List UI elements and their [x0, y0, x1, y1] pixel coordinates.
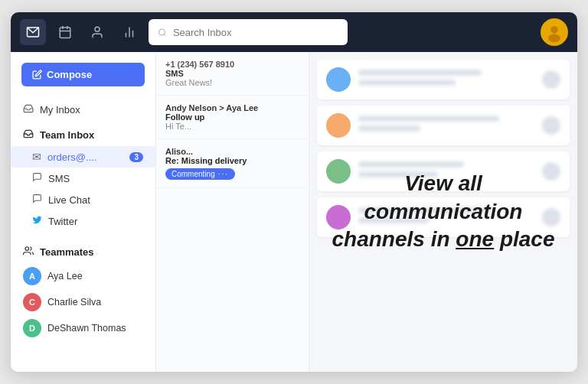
- blurred-row-2: [317, 106, 570, 145]
- email-channel-icon: ✉: [32, 151, 41, 163]
- svg-point-12: [550, 26, 557, 33]
- conversation-list: +1 (234) 567 8910 SMS Great News! Andy N…: [156, 52, 309, 372]
- blurred-row-4: [317, 197, 570, 237]
- conversation-item-sms[interactable]: +1 (234) 567 8910 SMS Great News!: [156, 52, 309, 96]
- compose-icon: [32, 70, 42, 80]
- teammate-aya-lee[interactable]: A Aya Lee: [11, 263, 155, 289]
- top-nav: [11, 12, 577, 52]
- blurred-row-3: [317, 151, 570, 191]
- svg-point-13: [548, 34, 560, 42]
- search-input[interactable]: [173, 27, 338, 38]
- chart-nav-icon[interactable]: [116, 19, 142, 45]
- conversation-item-missing-delivery[interactable]: Aliso... Re: Missing delivery Commenting…: [156, 139, 309, 188]
- main-panel: View all communication channels in one p…: [309, 52, 577, 372]
- calendar-nav-icon[interactable]: [52, 19, 78, 45]
- teammates-section: Teammates A Aya Lee C Charlie Silva D De…: [11, 241, 155, 344]
- aya-lee-avatar: A: [23, 267, 41, 285]
- deshawn-thomas-avatar: D: [23, 319, 41, 337]
- svg-point-9: [158, 29, 165, 35]
- team-inbox-icon: [23, 129, 34, 142]
- livechat-channel-icon: [32, 194, 42, 206]
- compose-button[interactable]: Compose: [21, 63, 145, 86]
- sidebar-item-my-inbox[interactable]: My Inbox: [11, 99, 155, 121]
- svg-point-14: [25, 247, 29, 251]
- user-avatar[interactable]: [541, 18, 568, 46]
- svg-line-10: [164, 34, 165, 35]
- app-window: Compose My Inbox: [11, 12, 577, 372]
- teammate-deshawn-thomas[interactable]: D DeShawn Thomas: [11, 315, 155, 341]
- team-inbox-header[interactable]: Team Inbox: [11, 124, 155, 146]
- teammates-icon: [23, 246, 34, 259]
- sidebar: Compose My Inbox: [11, 52, 156, 372]
- blurred-content: [309, 52, 577, 245]
- conversation-item-followup[interactable]: Andy Nelson > Aya Lee Follow up Hi Te...: [156, 96, 309, 139]
- sidebar-item-twitter[interactable]: Twitter: [11, 210, 155, 232]
- search-bar[interactable]: [149, 19, 348, 45]
- commenting-indicator: Commenting ···: [165, 168, 299, 180]
- svg-point-5: [95, 27, 100, 31]
- sms-channel-icon: [32, 172, 42, 184]
- blurred-row-1: [317, 60, 570, 99]
- teammate-charlie-silva[interactable]: C Charlie Silva: [11, 289, 155, 315]
- twitter-channel-icon: [32, 215, 42, 227]
- team-inbox-section: Team Inbox ✉ orders@.... 3 SMS: [11, 124, 155, 235]
- sidebar-item-orders[interactable]: ✉ orders@.... 3: [11, 146, 155, 168]
- sidebar-item-sms[interactable]: SMS: [11, 168, 155, 189]
- inbox-icon: [23, 103, 34, 116]
- charlie-silva-avatar: C: [23, 293, 41, 311]
- search-icon: [158, 28, 167, 37]
- svg-rect-1: [60, 28, 70, 38]
- teammates-header[interactable]: Teammates: [11, 241, 155, 263]
- commenting-chip: Commenting ···: [165, 168, 235, 180]
- my-inbox-section: My Inbox: [11, 99, 155, 124]
- mail-nav-icon[interactable]: [20, 19, 46, 45]
- contacts-nav-icon[interactable]: [84, 19, 110, 45]
- sidebar-item-livechat[interactable]: Live Chat: [11, 189, 155, 210]
- main-area: Compose My Inbox: [11, 52, 577, 372]
